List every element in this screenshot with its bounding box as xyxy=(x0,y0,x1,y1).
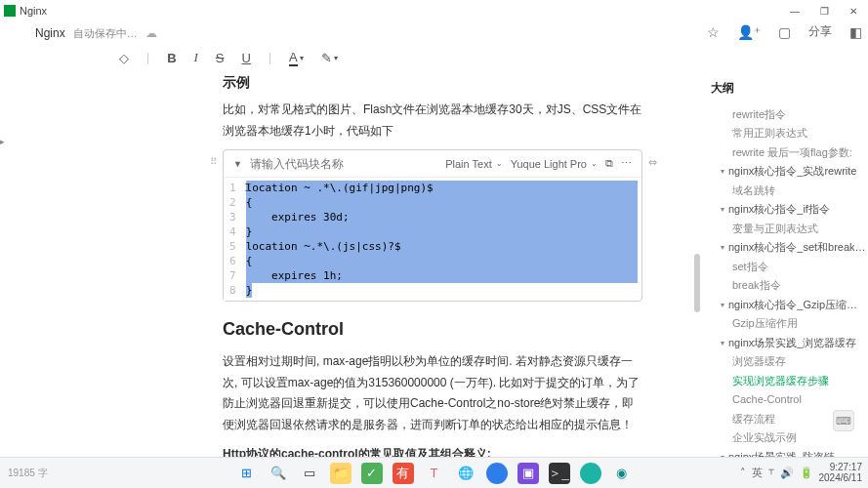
outline-item-label: Cache-Control xyxy=(732,393,802,405)
theme-selector[interactable]: Yuque Light Pro ⌄ xyxy=(511,158,598,170)
minimize-button[interactable]: — xyxy=(780,0,809,21)
outline-item[interactable]: 实现浏览器缓存步骤 xyxy=(711,371,868,390)
app-icon-green[interactable]: ✓ xyxy=(361,463,383,484)
search-icon[interactable]: 🔍 xyxy=(268,463,289,484)
share-button[interactable]: 分享 xyxy=(808,23,832,40)
outline-item[interactable]: ▾nginx核心指令_if指令 xyxy=(711,200,868,220)
code-name-input[interactable] xyxy=(250,157,437,171)
outline-item[interactable]: 变量与正则表达式 xyxy=(711,219,868,238)
outline-item[interactable]: 浏览器缓存 xyxy=(711,352,868,372)
window-title: Nginx xyxy=(20,5,47,17)
outline-arrow-icon[interactable]: ▾ xyxy=(721,242,728,254)
heading-cache-control: Cache-Control xyxy=(223,319,642,340)
outline-item-label: nginx场景实践_浏览器缓存 xyxy=(728,337,856,348)
outline-item-label: set指令 xyxy=(732,261,768,272)
star-icon[interactable]: ☆ xyxy=(707,24,720,40)
text-cursor-icon: ⌶ xyxy=(245,182,251,192)
maximize-button[interactable]: ❐ xyxy=(809,0,839,21)
outline-item-label: 变量与正则表达式 xyxy=(732,223,818,234)
outline-item[interactable]: ▾nginx核心指令_实战rewrite xyxy=(711,162,868,182)
app-icon-teal[interactable] xyxy=(580,463,601,484)
edge-icon[interactable]: ◉ xyxy=(611,463,633,484)
outline-item-label: nginx核心指令_Gzip压缩指令 xyxy=(728,299,868,310)
italic-tool[interactable]: I xyxy=(194,50,198,65)
outline-arrow-icon[interactable]: ▾ xyxy=(721,338,728,349)
app-favicon xyxy=(4,5,16,17)
explorer-icon[interactable]: 📁 xyxy=(330,463,351,484)
task-view-icon[interactable]: ▭ xyxy=(299,463,320,484)
header-actions: ☆ 👤⁺ ▢ 分享 ◧ xyxy=(707,23,862,40)
collapse-icon[interactable]: ▼ xyxy=(233,159,242,169)
outline-item[interactable]: ▾nginx核心指令_Gzip压缩指令 xyxy=(711,295,868,314)
outline-item[interactable]: Gzip压缩作用 xyxy=(711,314,868,334)
outline-item-label: 企业实战示例 xyxy=(732,431,797,443)
outline-item[interactable]: break指令 xyxy=(711,276,868,296)
copy-code-icon[interactable]: ⧉ xyxy=(605,157,613,170)
code-lines[interactable]: location ~ .*\.(gif|jpg|png)$ { expires … xyxy=(242,178,641,301)
collaborator-icon[interactable]: 👤⁺ xyxy=(737,24,761,40)
terminal-icon[interactable]: ＞_ xyxy=(549,463,570,484)
ime-icon[interactable]: 英 xyxy=(752,466,763,480)
outline-item[interactable]: ▾nginx核心指令_set和break指令 xyxy=(711,238,868,258)
outline-item-label: rewrite指令 xyxy=(732,108,786,120)
tray-chevron-icon[interactable]: ˄ xyxy=(740,467,746,479)
drag-handle-icon[interactable]: ⠿ xyxy=(210,156,217,167)
outline-item[interactable]: rewrite 最后一项flag参数: xyxy=(711,142,868,162)
app-icon-purple[interactable]: ▣ xyxy=(517,463,539,484)
outline-item[interactable]: set指令 xyxy=(711,257,868,276)
doc-title[interactable]: Nginx xyxy=(35,26,65,40)
font-color-tool[interactable]: A▾ xyxy=(289,50,304,66)
heading-example: 示例 xyxy=(223,74,642,92)
outline-item-label: break指令 xyxy=(732,279,781,291)
app-icon-blue[interactable] xyxy=(486,463,508,484)
floating-input-icon[interactable]: ⌨ xyxy=(833,410,854,431)
outline-item-label: 实现浏览器缓存步骤 xyxy=(732,375,829,386)
paragraph: 比如，对常见格式的图片、Flash文件在浏览器本地缓存30天，对JS、CSS文件… xyxy=(223,100,642,142)
outline-title: 大纲 xyxy=(711,80,868,97)
code-more-icon[interactable]: ⋯ xyxy=(621,157,632,170)
scrollbar-thumb[interactable] xyxy=(694,254,700,312)
outline-item[interactable]: 常用正则表达式 xyxy=(711,124,868,143)
outline-item-label: nginx核心指令_if指令 xyxy=(728,203,830,215)
battery-icon[interactable]: 🔋 xyxy=(800,467,813,479)
underline-tool[interactable]: U xyxy=(242,51,251,65)
code-block[interactable]: ⠿ ⇔ ▼ Plain Text ⌄ Yuque Light Pro ⌄ ⧉ ⋯… xyxy=(223,149,642,302)
outline-item-label: 缓存流程 xyxy=(732,413,775,425)
tray-date[interactable]: 2024/6/11 xyxy=(819,472,863,483)
tray-time[interactable]: 9:27:17 xyxy=(819,462,863,472)
language-selector[interactable]: Plain Text ⌄ xyxy=(445,158,503,170)
outline-item-label: 浏览器缓存 xyxy=(732,355,786,367)
eraser-tool[interactable]: ◇ xyxy=(119,51,129,65)
outline-arrow-icon[interactable]: ▾ xyxy=(721,204,728,216)
outline-arrow-icon[interactable]: ▾ xyxy=(721,300,728,311)
outline-item[interactable]: Cache-Control xyxy=(711,390,868,410)
window-title-bar: Nginx xyxy=(0,0,868,21)
outline-item[interactable]: 域名跳转 xyxy=(711,181,868,200)
strike-tool[interactable]: S xyxy=(216,51,225,65)
more-sidebar-icon[interactable]: ◧ xyxy=(849,24,862,40)
window-controls: — ❐ ✕ xyxy=(780,0,868,21)
expand-icon[interactable]: ⇔ xyxy=(648,156,657,169)
outline-item-label: 常用正则表达式 xyxy=(732,127,807,139)
autosave-status: 自动保存中… xyxy=(73,26,138,41)
code-block-header: ▼ Plain Text ⌄ Yuque Light Pro ⌄ ⧉ ⋯ xyxy=(224,150,641,178)
chrome-icon[interactable]: 🌐 xyxy=(455,463,476,484)
sidebar-expand-icon[interactable]: ▸ xyxy=(0,137,5,146)
highlight-tool[interactable]: ✎▾ xyxy=(321,51,338,65)
document-content[interactable]: 示例 比如，对常见格式的图片、Flash文件在浏览器本地缓存30天，对JS、CS… xyxy=(0,70,707,480)
present-icon[interactable]: ▢ xyxy=(778,24,791,40)
word-count: 19185 字 xyxy=(8,467,48,480)
outline-arrow-icon[interactable]: ▾ xyxy=(721,166,728,178)
system-tray: ˄ 英 ⸆ 🔊 🔋 9:27:17 2024/6/11 xyxy=(740,457,863,488)
code-body[interactable]: 12345678 location ~ .*\.(gif|jpg|png)$ {… xyxy=(224,178,641,301)
outline-item[interactable]: rewrite指令 xyxy=(711,104,868,124)
outline-item[interactable]: ▾nginx场景实践_浏览器缓存 xyxy=(711,333,868,352)
taskbar-apps: ⊞ 🔍 ▭ 📁 ✓ 有 T 🌐 ▣ ＞_ ◉ xyxy=(236,463,633,484)
volume-icon[interactable]: 🔊 xyxy=(780,467,794,479)
app-icon-red[interactable]: 有 xyxy=(393,463,414,484)
app-icon-text[interactable]: T xyxy=(424,463,445,484)
close-button[interactable]: ✕ xyxy=(839,0,868,21)
wifi-icon[interactable]: ⸆ xyxy=(768,467,774,479)
start-icon[interactable]: ⊞ xyxy=(236,463,258,484)
bold-tool[interactable]: B xyxy=(167,51,176,65)
